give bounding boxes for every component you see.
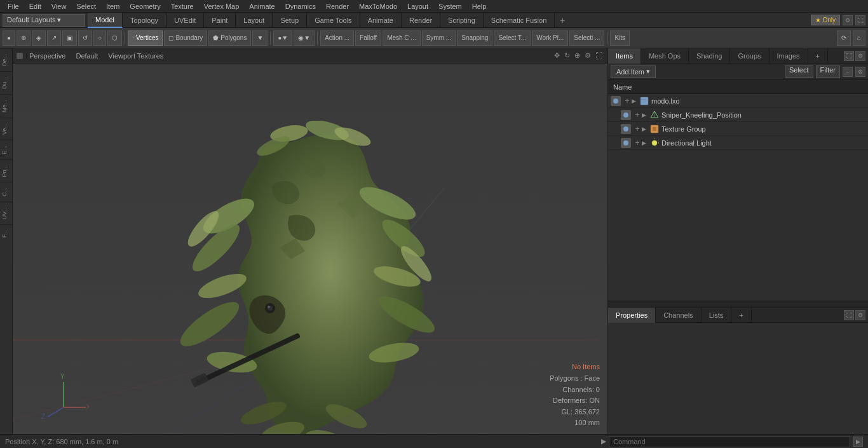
tab-schematic-fusion[interactable]: Schematic Fusion: [484, 13, 555, 28]
falloff-button[interactable]: Falloff: [355, 31, 381, 46]
add-item-button[interactable]: Add Item ▾: [611, 65, 656, 78]
polygon-button[interactable]: ⬡: [107, 31, 122, 46]
tab-channels[interactable]: Channels: [656, 308, 701, 323]
sidebar-tab-2[interactable]: Me...: [0, 94, 12, 118]
viewport-nav-button[interactable]: ⟳: [837, 31, 851, 46]
menu-system[interactable]: System: [433, 1, 467, 11]
viewport-textures[interactable]: Viewport Textures: [104, 51, 167, 60]
viewport-fullscreen-icon[interactable]: ⛶: [594, 51, 604, 60]
tab-properties[interactable]: Properties: [608, 308, 656, 323]
tab-uvedit[interactable]: UVEdit: [166, 13, 204, 28]
item-row-light[interactable]: + ▶ Directional Light: [608, 136, 868, 150]
viewport-zoom-icon[interactable]: ⊕: [573, 51, 581, 60]
toggle2-button[interactable]: ◉▼: [294, 31, 315, 46]
menu-geometry[interactable]: Geometry: [125, 1, 165, 11]
tab-props-add[interactable]: +: [731, 308, 751, 323]
toggle1-button[interactable]: ●▼: [273, 31, 292, 46]
item-add-2[interactable]: +: [633, 125, 642, 133]
sidebar-tab-8[interactable]: F...: [0, 224, 12, 243]
props-expand-btn[interactable]: ⛶: [844, 310, 854, 320]
origin-button[interactable]: ⊕: [17, 31, 31, 46]
command-execute-btn[interactable]: ▶: [853, 437, 863, 447]
move-button[interactable]: ↗: [47, 31, 61, 46]
item-expand-3[interactable]: ▶: [642, 140, 649, 146]
mode-dropdown[interactable]: ▼: [252, 31, 268, 46]
item-expand-2[interactable]: ▶: [642, 126, 649, 132]
menu-file[interactable]: File: [3, 1, 24, 11]
panel-settings-btn[interactable]: ⚙: [855, 51, 865, 61]
tab-layout[interactable]: Layout: [236, 13, 273, 28]
tab-model[interactable]: Model: [88, 13, 123, 28]
item-row-sniper[interactable]: + ▶ Sniper_Kneeling_Position: [608, 108, 868, 122]
sidebar-tab-1[interactable]: Du...: [0, 71, 12, 94]
symmetry-button[interactable]: Symm ...: [422, 31, 456, 46]
item-expand-1[interactable]: ▶: [642, 112, 649, 118]
item-vis-0[interactable]: [611, 96, 621, 106]
sidebar-tab-5[interactable]: Po...: [0, 160, 12, 182]
items-settings-btn[interactable]: ⚙: [855, 67, 865, 77]
tab-topology[interactable]: Topology: [123, 13, 166, 28]
tab-images[interactable]: Images: [770, 48, 808, 64]
layout-settings[interactable]: ⚙: [843, 15, 853, 25]
tab-add[interactable]: +: [808, 48, 828, 64]
tab-groups[interactable]: Groups: [730, 48, 769, 64]
polygons-button[interactable]: ⬟ Polygons: [208, 31, 251, 46]
props-settings-btn[interactable]: ⚙: [855, 310, 865, 320]
menu-animate[interactable]: Animate: [244, 1, 280, 11]
filter-button[interactable]: Filter: [816, 65, 840, 78]
panel-expand-btn[interactable]: ⛶: [844, 51, 854, 61]
tab-lists[interactable]: Lists: [702, 308, 732, 323]
menu-dynamics[interactable]: Dynamics: [280, 1, 321, 11]
only-button[interactable]: ★ Only: [811, 15, 840, 25]
box-button[interactable]: ▣: [62, 31, 77, 46]
viewport-rotate-icon[interactable]: ↻: [563, 51, 571, 60]
tab-items[interactable]: Items: [608, 48, 641, 64]
viewport-shading[interactable]: Default: [72, 51, 102, 60]
mesh-button[interactable]: Mesh C ...: [383, 31, 421, 46]
menu-edit[interactable]: Edit: [24, 1, 46, 11]
sidebar-tab-0[interactable]: De...: [0, 48, 12, 71]
rotate-button[interactable]: ↺: [78, 31, 92, 46]
item-row-modo-lxo[interactable]: + ▶ modo.lxo: [608, 94, 868, 108]
viewport-dot[interactable]: [17, 53, 23, 59]
item-vis-2[interactable]: [621, 124, 631, 134]
tab-scripting[interactable]: Scripting: [440, 13, 484, 28]
menu-view[interactable]: View: [46, 1, 72, 11]
command-arrow[interactable]: ▶: [601, 437, 606, 445]
layout-add-tab[interactable]: +: [555, 13, 570, 27]
menu-texture[interactable]: Texture: [166, 1, 199, 11]
menu-item[interactable]: Item: [101, 1, 125, 11]
viewport-move-icon[interactable]: ✥: [553, 51, 561, 60]
kits-button[interactable]: Kits: [610, 31, 630, 46]
work-plane-button[interactable]: Work Pl...: [532, 31, 568, 46]
menu-vertex-map[interactable]: Vertex Map: [199, 1, 245, 11]
item-add-0[interactable]: +: [623, 97, 632, 105]
tab-shading[interactable]: Shading: [689, 48, 730, 64]
tab-setup[interactable]: Setup: [273, 13, 307, 28]
layout-dropdown[interactable]: Default Layouts ▾: [3, 14, 85, 27]
tab-animate[interactable]: Animate: [360, 13, 402, 28]
snapping-button[interactable]: Snapping: [457, 31, 492, 46]
viewport-perspective[interactable]: Perspective: [25, 51, 69, 60]
menu-select[interactable]: Select: [71, 1, 101, 11]
sidebar-tab-3[interactable]: Ve...: [0, 118, 12, 140]
circle-button[interactable]: ○: [93, 31, 106, 46]
tab-mesh-ops[interactable]: Mesh Ops: [641, 48, 689, 64]
dot-button[interactable]: ●: [3, 31, 15, 46]
diamond-button[interactable]: ◈: [32, 31, 46, 46]
select-button[interactable]: Select: [785, 65, 813, 78]
tab-paint[interactable]: Paint: [204, 13, 236, 28]
item-add-1[interactable]: +: [633, 111, 642, 119]
tab-render[interactable]: Render: [402, 13, 440, 28]
tab-game-tools[interactable]: Game Tools: [307, 13, 360, 28]
command-input[interactable]: [609, 436, 850, 447]
item-row-texture[interactable]: + ▶ Texture Group: [608, 122, 868, 136]
items-list[interactable]: + ▶ modo.lxo + ▶: [608, 94, 868, 301]
sidebar-tab-7[interactable]: UV...: [0, 201, 12, 224]
item-expand-0[interactable]: ▶: [632, 98, 639, 104]
sidebar-tab-6[interactable]: C...: [0, 182, 12, 201]
item-vis-1[interactable]: [621, 110, 631, 120]
items-minus-btn[interactable]: –: [843, 67, 853, 77]
sidebar-tab-4[interactable]: E...: [0, 140, 12, 160]
menu-layout[interactable]: Layout: [402, 1, 433, 11]
